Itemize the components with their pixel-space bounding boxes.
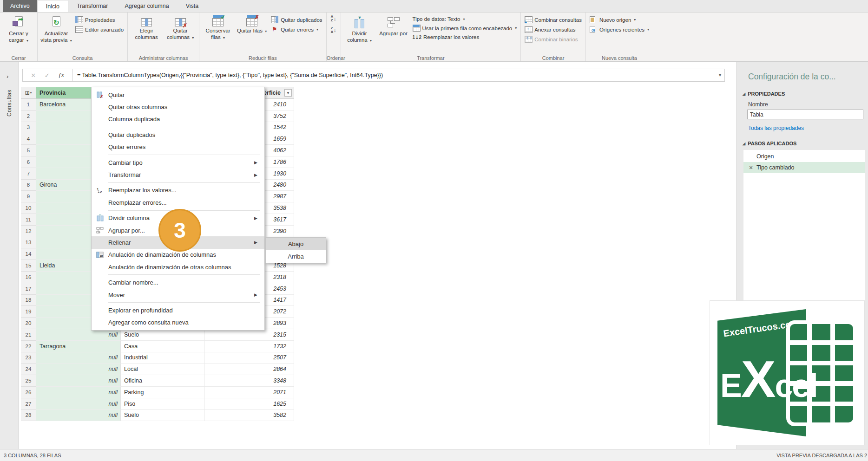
cell-provincia[interactable]: Tarragona (36, 341, 121, 352)
menu-item-anulación-de-dinamización-de-otras-columnas[interactable]: Anulación de dinamización de otras colum… (92, 261, 264, 273)
row-number[interactable]: 22 (21, 341, 36, 352)
tab-inicio[interactable]: Inicio (37, 0, 68, 12)
cell-provincia[interactable]: null (36, 375, 121, 387)
cell-tipo[interactable]: Casa (121, 341, 204, 352)
submenu-item-abajo[interactable]: Abajo (266, 238, 326, 250)
formula-accept-icon[interactable]: ✓ (45, 72, 50, 79)
row-number[interactable]: 11 (21, 214, 36, 226)
row-number[interactable]: 3 (21, 122, 36, 134)
menu-item-quitar[interactable]: ✗Quitar (92, 89, 264, 101)
cell-provincia[interactable]: null (36, 410, 121, 422)
tab-transformar[interactable]: Transformar (68, 0, 117, 12)
merge-queries-button[interactable]: ↳ Combinar consultas (523, 16, 584, 24)
row-number[interactable]: 16 (21, 272, 36, 283)
select-all-corner-button[interactable]: ⊞▾ (21, 87, 36, 99)
filter-dropdown-icon[interactable]: ▼ (284, 89, 292, 97)
new-source-button[interactable]: Nuevo origen▾ (588, 16, 651, 24)
recent-sources-button[interactable]: ◷ Orígenes recientes▾ (588, 26, 651, 33)
row-number[interactable]: 4 (21, 133, 36, 145)
row-number[interactable]: 23 (21, 352, 36, 364)
cell-tipo[interactable]: Industrial (121, 352, 204, 364)
data-type-button[interactable]: Tipo de datos: Texto▾ (411, 16, 519, 22)
cell-provincia[interactable]: null (36, 352, 121, 364)
row-number[interactable]: 5 (21, 145, 36, 156)
row-number[interactable]: 9 (21, 191, 36, 202)
menu-item-reemplazar-errores[interactable]: Reemplazar errores... (92, 196, 264, 208)
row-number[interactable]: 8 (21, 180, 36, 191)
cell-suma-de-superficie[interactable]: 2507 (204, 352, 294, 364)
menu-item-transformar[interactable]: Transformar▶ (92, 169, 264, 181)
advanced-editor-button[interactable]: Editor avanzado (73, 26, 125, 33)
sort-ascending-button[interactable]: AZ↓ (329, 14, 339, 23)
properties-section-header[interactable]: ◢ PROPIEDADES (743, 91, 868, 97)
cell-tipo[interactable]: Oficina (121, 375, 204, 387)
menu-item-columna-duplicada[interactable]: Columna duplicada (92, 113, 264, 125)
close-and-load-button[interactable]: ➦ Cerrar y cargar ▾ (2, 14, 35, 45)
formula-fx-icon[interactable]: ƒx (58, 71, 64, 79)
remove-duplicates-button[interactable]: Quitar duplicados (269, 16, 324, 24)
submenu-item-arriba[interactable]: Arriba (266, 250, 326, 263)
menu-item-quitar-otras-columnas[interactable]: Quitar otras columnas (92, 101, 264, 113)
row-number[interactable]: 19 (21, 306, 36, 318)
cell-tipo[interactable]: Piso (121, 398, 204, 410)
replace-values-button[interactable]: 1⇣2 Reemplazar los valores (411, 34, 519, 40)
split-column-button[interactable]: ▼ Dividir columna ▾ (343, 14, 376, 45)
row-number[interactable]: 20 (21, 318, 36, 329)
applied-step-tipo-cambiado[interactable]: ✕Tipo cambiado (743, 162, 865, 173)
cell-provincia[interactable]: null (36, 329, 121, 341)
cell-suma-de-superficie[interactable]: 1625 (204, 398, 294, 410)
all-properties-link[interactable]: Todas las propiedades (748, 125, 868, 131)
remove-rows-button[interactable]: ✗ Quitar filas ▾ (235, 14, 269, 36)
sort-descending-button[interactable]: ZA↓ (329, 26, 339, 34)
cell-tipo[interactable]: Suelo (121, 329, 204, 341)
cell-suma-de-superficie[interactable]: 2071 (204, 387, 294, 398)
menu-item-quitar-duplicados[interactable]: Quitar duplicados (92, 129, 264, 141)
row-number[interactable]: 2 (21, 110, 36, 122)
properties-button[interactable]: Propiedades (73, 16, 125, 24)
queries-pane-label[interactable]: Consultas (6, 90, 13, 117)
row-number[interactable]: 14 (21, 248, 36, 260)
combine-binaries-button[interactable]: ⇟⇟ Combinar binarios (523, 35, 584, 43)
delete-step-icon[interactable]: ✕ (748, 165, 754, 171)
cell-provincia[interactable]: null (36, 364, 121, 375)
tab-vista[interactable]: Vista (178, 0, 207, 12)
row-number[interactable]: 15 (21, 260, 36, 272)
row-number[interactable]: 24 (21, 364, 36, 375)
cell-tipo[interactable]: Suelo (121, 410, 204, 422)
group-by-button[interactable]: Agrupar por (377, 14, 410, 39)
menu-item-cambiar-nombre[interactable]: Cambiar nombre... (92, 276, 264, 288)
cell-suma-de-superficie[interactable]: 3582 (204, 410, 294, 422)
cell-tipo[interactable]: Parking (121, 387, 204, 398)
first-row-header-button[interactable]: Usar la primera fila como encabezado▾ (411, 24, 519, 32)
keep-rows-button[interactable]: ✓ Conservar filas ▾ (201, 14, 235, 42)
menu-item-mover[interactable]: Mover▶ (92, 289, 264, 301)
row-number[interactable]: 7 (21, 168, 36, 180)
tab-agregar-columna[interactable]: Agregar columna (116, 0, 177, 12)
row-number[interactable]: 1 (21, 99, 36, 110)
remove-columns-button[interactable]: ✗ Quitar columnas ▾ (164, 14, 197, 42)
query-name-input[interactable]: Tabla (747, 110, 863, 119)
refresh-preview-button[interactable]: ↻ Actualizar vista previa ▾ (39, 14, 73, 45)
menu-item-explorar-en-profundidad[interactable]: Explorar en profundidad (92, 304, 264, 316)
row-number[interactable]: 27 (21, 398, 36, 410)
row-number[interactable]: 17 (21, 283, 36, 295)
row-number[interactable]: 12 (21, 226, 36, 237)
row-number[interactable]: 25 (21, 375, 36, 387)
menu-item-cambiar-tipo[interactable]: Cambiar tipo▶ (92, 156, 264, 169)
formula-input[interactable]: = Table.TransformColumnTypes(Origen,{{"P… (72, 69, 725, 82)
row-number[interactable]: 28 (21, 410, 36, 422)
remove-errors-button[interactable]: ⚑ Quitar errores▾ (269, 26, 324, 33)
cell-suma-de-superficie[interactable]: 2864 (204, 364, 294, 375)
cell-tipo[interactable]: Local (121, 364, 204, 375)
menu-item-quitar-errores[interactable]: Quitar errores (92, 141, 264, 153)
applied-steps-section-header[interactable]: ◢ PASOS APLICADOS (743, 141, 868, 146)
menu-item-reemplazar-los-valores[interactable]: 1⇣2Reemplazar los valores... (92, 184, 264, 196)
cell-suma-de-superficie[interactable]: 1732 (204, 341, 294, 352)
choose-columns-button[interactable]: Elegir columnas (130, 14, 163, 42)
formula-cancel-icon[interactable]: ✕ (31, 72, 36, 79)
row-number[interactable]: 21 (21, 329, 36, 341)
row-number[interactable]: 13 (21, 237, 36, 249)
row-number[interactable]: 10 (21, 202, 36, 214)
row-number[interactable]: 6 (21, 156, 36, 168)
cell-provincia[interactable]: null (36, 387, 121, 398)
